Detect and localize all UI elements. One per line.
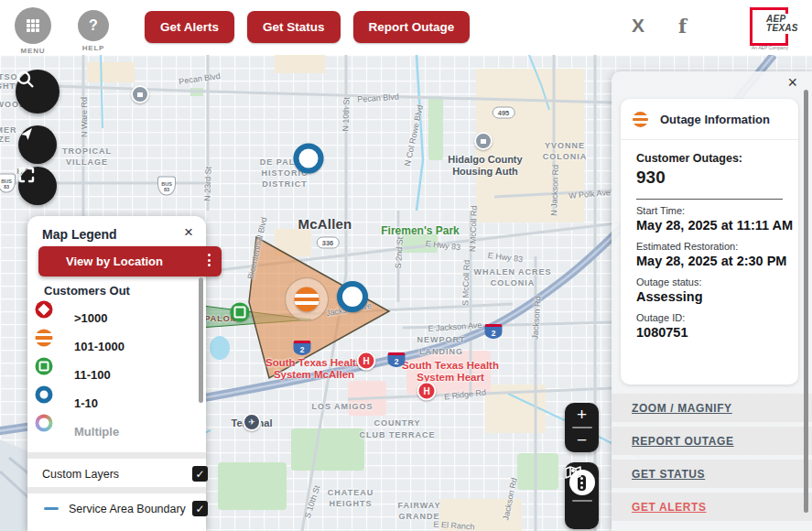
- map-label: E El Ranch: [433, 519, 475, 531]
- map-label: COLONIA: [491, 278, 536, 287]
- map-label: S McColl Rd: [460, 260, 471, 306]
- customer-outages-label: Customer Outages:: [636, 152, 798, 165]
- map-search-button[interactable]: [16, 70, 60, 114]
- get-status-button[interactable]: Get Status: [247, 11, 341, 43]
- legend-item-1000: >1000: [27, 304, 206, 332]
- route-shield-83: BUS83: [0, 174, 16, 193]
- customers-out-heading: Customers Out: [44, 284, 130, 298]
- map-label: Firemen's Park: [381, 224, 460, 237]
- map-label: N Ware Rd: [80, 97, 89, 137]
- map-label: COLONIA: [543, 152, 588, 161]
- view-by-location-button[interactable]: View by Location: [38, 246, 222, 276]
- x-twitter-icon[interactable]: X: [632, 15, 644, 37]
- zoom-out-button[interactable]: −: [577, 429, 587, 452]
- blue-outage-marker[interactable]: [337, 281, 368, 312]
- basemap-icon[interactable]: [565, 465, 581, 480]
- building-poi-icon: [474, 132, 493, 150]
- legend-scrollbar[interactable]: [199, 277, 203, 403]
- map-fullscreen-button[interactable]: [18, 167, 57, 205]
- get-alerts-link[interactable]: GET ALERTS: [612, 493, 812, 521]
- map-label: LANDING: [419, 347, 463, 356]
- legend-item-1-10: 1-10: [27, 389, 206, 417]
- zoom-magnify-link[interactable]: ZOOM / MAGNIFY: [612, 394, 812, 422]
- map-label: Jackson Rd: [501, 477, 519, 521]
- map-label: GHT: [0, 81, 16, 91]
- legend-divider-band: [27, 487, 206, 493]
- help-icon: ?: [78, 10, 109, 41]
- logo-tagline: An AEP Company: [752, 45, 788, 50]
- map-label: E Hwy 83: [425, 239, 460, 253]
- legend-close-icon[interactable]: ×: [184, 223, 193, 242]
- route-shield-2: 2: [485, 324, 503, 339]
- orange-outage-marker[interactable]: [295, 287, 319, 312]
- legend-item-label: >1000: [74, 311, 108, 325]
- legend-item-label: Multiple: [74, 425, 119, 439]
- legend-item-label: 101-1000: [74, 340, 125, 353]
- fullscreen-icon: [18, 167, 35, 183]
- route-shield-495: 495: [493, 107, 515, 119]
- layer-label: Service Area Boundary: [69, 503, 186, 515]
- facebook-icon[interactable]: f: [678, 15, 687, 38]
- help-button[interactable]: ? HELP: [78, 7, 109, 52]
- map-label: Jackson Rd: [530, 296, 542, 340]
- map-label: N 23rd St: [202, 167, 212, 201]
- map-label: Pecan Blvd: [179, 71, 221, 86]
- outage-info-panel: × Outage Information Customer Outages: 9…: [612, 71, 812, 531]
- blue-marker-icon: [36, 386, 53, 404]
- outage-orange-icon: [633, 112, 648, 127]
- hospital-marker[interactable]: H: [357, 352, 376, 371]
- map-label: GRANDE: [398, 512, 439, 521]
- map-label: ZE: [0, 135, 11, 144]
- map-label: COUNTRY: [374, 418, 420, 428]
- blue-outage-marker[interactable]: [294, 144, 324, 174]
- route-shield-2: 2: [294, 341, 311, 355]
- logo-line2: TEXAS: [766, 23, 798, 33]
- aep-texas-logo: AEPTEXAS An AEP Company: [744, 5, 801, 50]
- legend-item-101-1000: 101-1000: [27, 332, 206, 361]
- link-label: GET ALERTS: [632, 501, 707, 514]
- zoom-in-button[interactable]: +: [577, 403, 587, 426]
- map-label: Bicentennial Blvd: [245, 216, 268, 280]
- report-outage-button[interactable]: Report Outage: [353, 11, 471, 43]
- checkbox-custom-layers[interactable]: ✓: [192, 466, 208, 482]
- kebab-menu-icon[interactable]: [208, 254, 211, 266]
- legend-item-label: 11-100: [74, 368, 111, 382]
- report-outage-link[interactable]: REPORT OUTAGE: [612, 427, 812, 455]
- outage-id-value: 1080751: [636, 325, 798, 340]
- menu-button[interactable]: MENU: [15, 7, 51, 55]
- link-label: GET STATUS: [632, 468, 705, 481]
- map-label: McAllen: [298, 216, 352, 232]
- red-marker-icon: [36, 301, 53, 319]
- orange-marker-icon: [36, 330, 53, 347]
- map-locate-button[interactable]: [18, 125, 57, 164]
- view-by-location-label: View by Location: [66, 255, 163, 268]
- map-label: N Col Rowe Blvd: [403, 104, 425, 168]
- map-label: VILLAGE: [66, 157, 108, 167]
- help-label: HELP: [78, 44, 109, 52]
- map-label: Hidalgo County: [448, 154, 522, 165]
- link-label: ZOOM / MAGNIFY: [632, 402, 732, 415]
- top-bar: MENU ? HELP Get AlertsGet StatusReport O…: [0, 0, 812, 55]
- map-label: N McColl Rd: [468, 206, 479, 253]
- legend-title: Map Legend: [42, 227, 117, 242]
- menu-label: MENU: [15, 47, 51, 55]
- green-outage-marker[interactable]: [231, 303, 250, 322]
- map-label: N Jackson Rd: [549, 165, 560, 216]
- map-label: CHATEAU: [328, 488, 374, 497]
- panel-links: ZOOM / MAGNIFYREPORT OUTAGEGET STATUSGET…: [612, 394, 812, 521]
- map-label: Pecan Blvd: [357, 92, 399, 103]
- service-area-line-icon: [44, 507, 59, 510]
- panel-close-icon[interactable]: ×: [787, 73, 797, 92]
- get-alerts-button[interactable]: Get Alerts: [145, 11, 234, 43]
- hospital-marker[interactable]: H: [417, 382, 437, 401]
- map-label: TROPICAL: [62, 146, 112, 156]
- get-status-link[interactable]: GET STATUS: [612, 460, 812, 488]
- map-label: Housing Auth: [452, 166, 518, 177]
- est-restoration-value: May 28, 2025 at 2:30 PM: [636, 254, 798, 268]
- route-shield-83: BUS83: [157, 177, 176, 196]
- checkbox-service-area-boundary[interactable]: ✓: [192, 501, 208, 516]
- panel-scrollbar[interactable]: [804, 90, 808, 513]
- map-label: HEIGHTS: [329, 499, 372, 508]
- start-time-value: May 28, 2025 at 11:11 AM: [636, 218, 798, 233]
- map-label: LOS AMIGOS: [311, 402, 373, 411]
